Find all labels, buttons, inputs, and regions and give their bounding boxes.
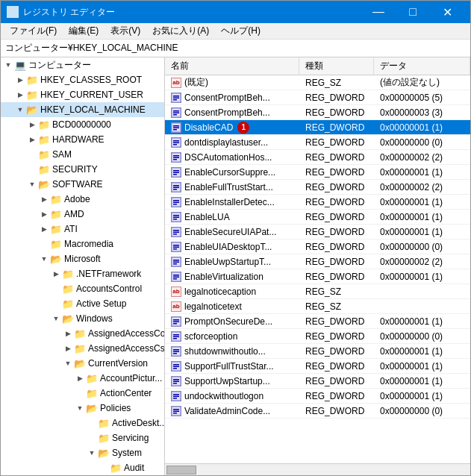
tree-item-computer[interactable]: ▼ 💻 コンピューター [1,57,164,72]
table-row[interactable]: DSCAutomationHos... REG_DWORD 0x00000002… [165,150,470,165]
row-data: 0x00000001 (1) [374,391,470,401]
table-row[interactable]: EnableInstallerDetec... REG_DWORD 0x0000… [165,195,470,210]
tree-item-currentversion[interactable]: ▼ 📂 CurrentVersion [1,356,164,371]
tree-item-hardware[interactable]: ▶ 📁 HARDWARE [1,132,164,147]
row-type: REG_DWORD [299,331,374,342]
table-row[interactable]: EnableCursorSuppre... REG_DWORD 0x000000… [165,165,470,180]
table-row[interactable]: shutdownwithoutlo... REG_DWORD 0x0000000… [165,344,470,359]
maximize-button[interactable]: □ [396,1,430,23]
tree-item-ati[interactable]: ▶ 📁 ATI [1,222,164,237]
tree-item-sam[interactable]: 📁 SAM [1,147,164,162]
tree-item-bcd[interactable]: ▶ 📁 BCD00000000 [1,117,164,132]
table-row[interactable]: EnableUIADesktopT... REG_DWORD 0x0000000… [165,239,470,254]
table-row[interactable]: SupportUwpStartup... REG_DWORD 0x0000000… [165,374,470,389]
dword-icon [171,406,181,416]
expand-adobe[interactable]: ▶ [38,193,50,205]
expand-policies[interactable]: ▼ [74,402,86,414]
svg-rect-67 [173,353,177,354]
row-type: REG_DWORD [299,122,374,133]
table-row[interactable]: PromptOnSecureDe... REG_DWORD 0x00000001… [165,314,470,329]
expand-ati[interactable]: ▶ [38,223,50,235]
minimize-button[interactable]: — [361,1,396,23]
svg-rect-55 [173,278,177,280]
row-name-text: dontdisplaylastuser... [184,137,268,148]
expand-accountpicture[interactable]: ▶ [74,372,86,384]
expand-netframework[interactable]: ▶ [50,268,62,280]
computer-icon: 💻 [14,59,26,71]
table-row[interactable]: ValidateAdminCode... REG_DWORD 0x0000000… [165,404,470,419]
tree-item-amd[interactable]: ▶ 📁 AMD [1,207,164,222]
expand-system[interactable]: ▼ [86,447,98,459]
menu-file[interactable]: ファイル(F) [4,23,63,39]
table-row[interactable]: EnableFullTrustStart... REG_DWORD 0x0000… [165,180,470,195]
tree-item-hkcu[interactable]: ▶ 📁 HKEY_CURRENT_USER [1,87,164,102]
expand-bcd[interactable]: ▶ [26,119,38,131]
dword-icon [171,197,181,207]
row-type: REG_DWORD [299,167,374,178]
menu-edit[interactable]: 編集(E) [63,23,105,39]
expand-hkcu[interactable]: ▶ [14,89,26,101]
tree-item-windows[interactable]: ▼ 📂 Windows [1,311,164,326]
table-row[interactable]: ConsentPromptBeh... REG_DWORD 0x00000005… [165,90,470,105]
table-row[interactable]: DisableCAD 1 REG_DWORD 0x00000001 (1) [165,120,470,135]
horizontal-scrollbar[interactable] [165,463,470,475]
menu-view[interactable]: 表示(V) [105,23,146,39]
close-button[interactable]: ✕ [430,1,464,23]
expand-hardware[interactable]: ▶ [26,134,38,145]
tree-item-activedeskt[interactable]: 📁 ActiveDeskt... [1,416,164,430]
table-row[interactable]: undockwithoutlogon REG_DWORD 0x00000001 … [165,389,470,404]
tree-item-software[interactable]: ▼ 📂 SOFTWARE [1,177,164,192]
table-row[interactable]: EnableUwpStartupT... REG_DWORD 0x0000000… [165,254,470,269]
registry-table[interactable]: 名前 種類 データ ab (既定) REG_SZ (値の設定なし) Conse [165,57,470,463]
expand-microsoft[interactable]: ▼ [38,253,50,265]
table-row[interactable]: scforceoption REG_DWORD 0x00000000 (0) [165,329,470,344]
table-row[interactable]: ab (既定) REG_SZ (値の設定なし) [165,75,470,90]
tree-item-system[interactable]: ▼ 📂 System [1,445,164,460]
expand-currentversion[interactable]: ▼ [62,357,74,369]
tree-item-actioncenter[interactable]: 📁 ActionCenter [1,386,164,401]
tree-panel[interactable]: ▼ 💻 コンピューター ▶ 📁 HKEY_CLASSES_ROOT ▶ 📁 HK… [1,57,165,475]
table-row[interactable]: EnableVirtualization REG_DWORD 0x0000000… [165,269,470,284]
row-name: shutdownwithoutlo... [165,346,299,357]
expand-assignedaccesscc[interactable]: ▶ [62,328,74,339]
table-row[interactable]: EnableSecureUIAPat... REG_DWORD 0x000000… [165,225,470,239]
microsoft-folder-icon: 📂 [50,253,62,265]
tree-item-policies[interactable]: ▼ 📂 Policies [1,401,164,416]
tree-item-security[interactable]: 📁 SECURITY [1,162,164,177]
tree-item-assignedaccesscc[interactable]: ▶ 📁 AssignedAccessCo... [1,326,164,341]
expand-software[interactable]: ▼ [26,178,38,190]
table-row[interactable]: ab legalnoticecaption REG_SZ [165,284,470,299]
tree-item-activesetup[interactable]: 📁 Active Setup [1,296,164,311]
table-row[interactable]: ConsentPromptBeh... REG_DWORD 0x00000003… [165,105,470,120]
row-name-text: SupportUwpStartup... [184,376,270,386]
tree-item-netframework[interactable]: ▶ 📁 .NETFramework [1,266,164,281]
expand-assignedaccesscs[interactable]: ▶ [62,342,74,354]
menu-help[interactable]: ヘルプ(H) [215,23,266,39]
tree-item-accountscontrol[interactable]: 📁 AccountsControl [1,281,164,296]
registry-editor-window: レジストリ エディター — □ ✕ ファイル(F) 編集(E) 表示(V) お気… [0,0,471,476]
row-name: dontdisplaylastuser... [165,137,299,148]
col-header-type: 種類 [299,57,374,75]
tree-item-assignedaccesscs[interactable]: ▶ 📁 AssignedAccessCs... [1,341,164,356]
audit-folder-icon: 📁 [110,462,122,474]
table-row[interactable]: SupportFullTrustStar... REG_DWORD 0x0000… [165,359,470,374]
tree-item-hkcr[interactable]: ▶ 📁 HKEY_CLASSES_ROOT [1,72,164,87]
table-row[interactable]: dontdisplaylastuser... REG_DWORD 0x00000… [165,135,470,150]
svg-rect-2 [8,12,13,16]
tree-item-adobe[interactable]: ▶ 📁 Adobe [1,192,164,207]
tree-item-accountpicture[interactable]: ▶ 📁 AccountPictur... [1,371,164,386]
table-row[interactable]: EnableLUA REG_DWORD 0x00000001 (1) [165,210,470,225]
expand-amd[interactable]: ▶ [38,208,50,220]
table-row[interactable]: ab legalnoticetext REG_SZ [165,299,470,314]
tree-item-microsoft[interactable]: ▼ 📂 Microsoft [1,251,164,266]
tree-item-macromedia[interactable]: 📁 Macromedia [1,237,164,251]
tree-item-hklm[interactable]: ▼ 📂 HKEY_LOCAL_MACHINE [1,102,164,117]
menu-favorites[interactable]: お気に入り(A) [146,23,215,39]
expand-windows[interactable]: ▼ [50,313,62,325]
tree-item-audit[interactable]: 📁 Audit [1,460,164,475]
row-data: 0x00000001 (1) [374,361,470,372]
expand-computer[interactable]: ▼ [2,59,14,71]
expand-hklm[interactable]: ▼ [14,104,26,116]
tree-item-servicing[interactable]: 📁 Servicing [1,430,164,445]
expand-hkcr[interactable]: ▶ [14,74,26,86]
